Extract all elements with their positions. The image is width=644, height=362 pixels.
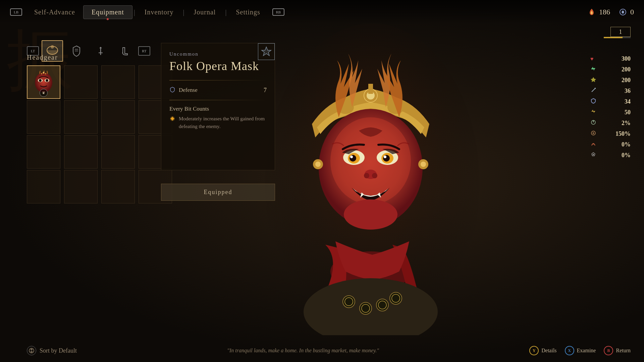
rb-button[interactable]: RB bbox=[272, 8, 284, 16]
item-quote: "In tranquil lands, make a home. In the … bbox=[90, 348, 516, 354]
stat-mana: 200 bbox=[590, 75, 631, 85]
return-button-icon: B bbox=[604, 346, 613, 355]
grid-slot-10[interactable] bbox=[101, 135, 135, 169]
nav-inventory[interactable]: Inventory bbox=[137, 6, 182, 19]
defense-stat-icon bbox=[590, 98, 598, 105]
grid-slot-6[interactable] bbox=[101, 100, 135, 134]
skill-desc-text: Moderately increases the Will gained fro… bbox=[179, 115, 267, 130]
defense-icon bbox=[169, 86, 175, 94]
defense-label: Defense bbox=[179, 87, 198, 94]
equipped-button[interactable]: Equipped bbox=[161, 184, 275, 201]
character-stats-panel: 1 ♥ 300 200 200 36 34 50 bbox=[590, 54, 631, 161]
svg-point-57 bbox=[593, 154, 594, 155]
item-rarity-icon bbox=[258, 43, 275, 60]
examine-button[interactable]: X Examine bbox=[565, 346, 596, 355]
top-navigation: LB Self-Advance Equipment | Inventory | … bbox=[0, 0, 644, 24]
sort-icon bbox=[27, 346, 36, 355]
item-divider-1 bbox=[169, 80, 267, 80]
item-divider-2 bbox=[169, 100, 267, 100]
inventory-grid: ❦ bbox=[27, 65, 174, 203]
grid-slot-1[interactable] bbox=[64, 65, 98, 99]
svg-point-35 bbox=[622, 11, 624, 13]
grid-slot-13[interactable] bbox=[64, 170, 98, 203]
category-label: Headgear bbox=[27, 54, 174, 61]
grid-slot-2[interactable] bbox=[101, 65, 135, 99]
skill-name: Every Bit Counts bbox=[169, 106, 267, 112]
svg-point-47 bbox=[45, 73, 46, 74]
item-defense-stat: Defense 7 bbox=[169, 84, 267, 97]
skill-bullet-icon bbox=[169, 116, 175, 124]
stamina-value: 200 bbox=[622, 66, 631, 73]
grid-slot-5[interactable] bbox=[64, 100, 98, 134]
details-label: Details bbox=[541, 348, 556, 354]
level-progress-fill bbox=[604, 37, 623, 38]
stat-crit-rate: 2% bbox=[590, 118, 631, 128]
nav-equipment[interactable]: Equipment bbox=[83, 5, 132, 19]
return-button[interactable]: B Return bbox=[604, 346, 631, 355]
grid-slot-0[interactable]: ❦ bbox=[27, 65, 60, 99]
fire-currency-value: 186 bbox=[599, 8, 610, 16]
nav-separator-1: | bbox=[132, 8, 137, 16]
bottom-bar: Sort by Default "In tranquil lands, make… bbox=[27, 346, 631, 355]
health-icon: ♥ bbox=[590, 56, 598, 62]
speed-icon bbox=[590, 109, 598, 116]
level-progress-bar bbox=[604, 37, 631, 38]
nav-self-advance[interactable]: Self-Advance bbox=[26, 6, 83, 19]
crit-dmg-icon bbox=[590, 130, 598, 137]
attack-value: 36 bbox=[625, 87, 631, 95]
mana-icon bbox=[590, 76, 598, 84]
svg-point-46 bbox=[43, 72, 44, 74]
currency-display: 186 0 bbox=[587, 7, 634, 17]
nav-separator-3: | bbox=[224, 8, 228, 16]
grid-slot-4[interactable] bbox=[27, 100, 60, 134]
defense-value: 7 bbox=[264, 87, 267, 94]
svg-point-22 bbox=[350, 155, 356, 162]
grid-slot-14[interactable] bbox=[101, 170, 135, 203]
spirit-currency: 0 bbox=[618, 7, 634, 17]
level-badge: 1 bbox=[610, 27, 631, 37]
defense-stat-value: 34 bbox=[625, 98, 631, 105]
equipped-marker: ❦ bbox=[40, 89, 48, 97]
bonus1-icon bbox=[590, 141, 598, 148]
examine-button-icon: X bbox=[565, 346, 574, 355]
svg-rect-13 bbox=[368, 84, 373, 94]
crit-rate-value: 2% bbox=[622, 120, 631, 127]
svg-point-42 bbox=[39, 79, 42, 82]
bonus2-value: 0% bbox=[622, 152, 631, 159]
stat-health: ♥ 300 bbox=[590, 54, 631, 64]
action-buttons: Y Details X Examine B Return bbox=[529, 346, 631, 355]
item-rarity-label: Uncommon bbox=[169, 51, 267, 57]
svg-point-50 bbox=[171, 117, 174, 120]
item-detail-panel: Uncommon Folk Opera Mask Defense 7 Every… bbox=[161, 43, 275, 201]
inventory-section: Headgear bbox=[27, 54, 174, 203]
spirit-currency-icon bbox=[618, 7, 628, 17]
svg-point-37 bbox=[51, 45, 54, 49]
grid-slot-9[interactable] bbox=[64, 135, 98, 169]
svg-point-32 bbox=[421, 162, 426, 167]
fire-currency: 186 bbox=[587, 7, 610, 17]
grid-slot-12[interactable] bbox=[27, 170, 60, 203]
svg-point-27 bbox=[364, 173, 369, 178]
svg-point-33 bbox=[344, 199, 397, 230]
stat-label-group: Defense bbox=[169, 86, 198, 94]
sort-button[interactable]: Sort by Default bbox=[27, 346, 77, 355]
crit-rate-icon bbox=[590, 119, 598, 127]
details-button[interactable]: Y Details bbox=[529, 346, 556, 355]
nav-separator-2: | bbox=[182, 8, 186, 16]
nav-settings[interactable]: Settings bbox=[228, 6, 268, 19]
details-button-icon: Y bbox=[529, 346, 539, 355]
health-value: 300 bbox=[622, 55, 631, 62]
crit-dmg-value: 150% bbox=[615, 130, 631, 137]
nav-journal[interactable]: Journal bbox=[186, 6, 224, 19]
attack-icon bbox=[590, 87, 598, 95]
grid-slot-8[interactable] bbox=[27, 135, 60, 169]
examine-label: Examine bbox=[577, 348, 596, 354]
spirit-currency-value: 0 bbox=[630, 8, 634, 16]
stat-attack: 36 bbox=[590, 85, 631, 96]
stat-bonus1: 0% bbox=[590, 139, 631, 150]
skill-description: Moderately increases the Will gained fro… bbox=[169, 115, 267, 130]
stamina-icon bbox=[590, 66, 598, 73]
lb-button[interactable]: LB bbox=[10, 8, 22, 16]
fire-currency-icon bbox=[587, 7, 596, 17]
svg-point-28 bbox=[372, 173, 377, 178]
